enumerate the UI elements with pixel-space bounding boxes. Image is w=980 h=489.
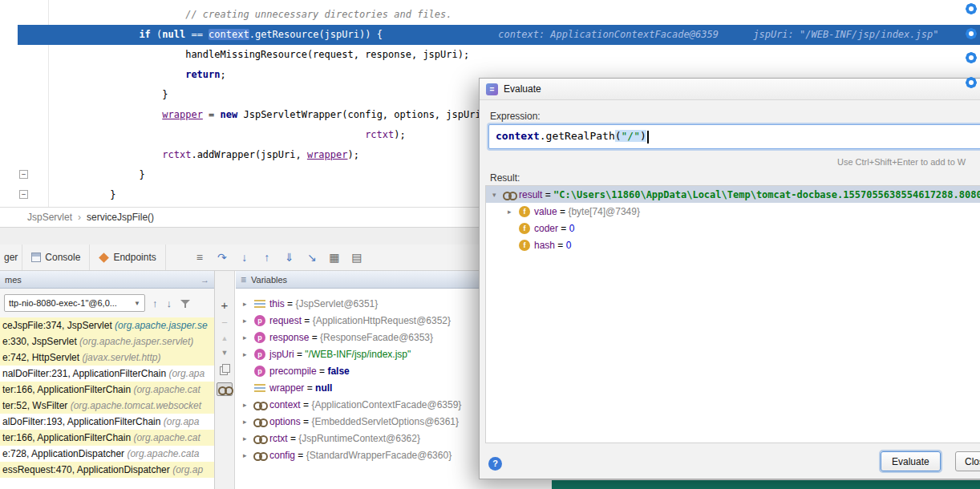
variable-value: "/WEB-INF/jsp/index.jsp" [305, 349, 411, 360]
layout-grid-icon[interactable]: ▦ [325, 251, 344, 264]
result-value: "C:\Users\11860\AppData\Local\Temp\tomca… [553, 189, 980, 200]
expand-chevron-icon[interactable]: ▸ [243, 418, 254, 426]
frame-row[interactable]: alDoFilter:193, ApplicationFilterChain (… [0, 414, 214, 430]
frame-row[interactable]: e:742, HttpServlet (javax.servlet.http) [0, 350, 214, 366]
code-token: } [139, 169, 144, 180]
variable-value: false [327, 366, 349, 377]
field-icon: f [519, 206, 530, 217]
expand-chevron-icon[interactable]: ▾ [492, 191, 504, 199]
variable-value: {ApplicationContextFacade@6359} [311, 399, 461, 410]
indent [52, 129, 365, 140]
indent [52, 9, 185, 20]
expand-chevron-icon[interactable]: ▸ [508, 208, 519, 216]
expand-chevron-icon[interactable]: ▸ [243, 300, 254, 308]
step-into-icon[interactable]: ↓ [235, 251, 254, 264]
breadcrumb-method[interactable]: serviceJspFile() [87, 212, 154, 223]
next-frame-icon[interactable]: ↓ [167, 297, 172, 309]
code-token: } [110, 189, 115, 200]
expand-chevron-icon[interactable]: ▸ [243, 317, 254, 325]
duplicate-icon[interactable] [220, 364, 230, 375]
step-over-icon[interactable]: ↷ [213, 251, 232, 264]
breadcrumb-class[interactable]: JspServlet [27, 212, 72, 223]
move-up-icon[interactable]: ▲ [221, 335, 229, 342]
frame-package: (org.apache.jasper.servlet) [79, 336, 193, 347]
tab-label: ger [4, 252, 18, 263]
add-watch-icon[interactable]: + [221, 300, 229, 311]
code-token: JspServletWrapper(config, options, jspUr… [237, 109, 487, 120]
frame-package: (org.apache.cat [133, 432, 200, 443]
run-to-cursor-icon[interactable]: ↘ [302, 251, 322, 264]
threads-view-icon[interactable]: ≡ [190, 251, 209, 264]
filter-frames-icon[interactable] [180, 298, 191, 309]
result-row[interactable]: ▾result = "C:\Users\11860\AppData\Local\… [486, 186, 980, 203]
force-step-into-icon[interactable]: ⇓ [280, 251, 299, 264]
tab-console[interactable]: Console [22, 244, 90, 270]
expand-chevron-icon[interactable]: ▸ [243, 333, 254, 341]
gear-icon[interactable] [965, 51, 978, 64]
code-line[interactable]: handleMissingResource(request, response,… [52, 45, 938, 65]
expression-field[interactable]: context.getRealPath("/") [488, 124, 980, 149]
variable-name: jspUri [269, 349, 294, 360]
help-icon[interactable]: ? [488, 457, 502, 471]
frame-location: ter:166, ApplicationFilterChain [2, 384, 133, 395]
frame-row[interactable]: ter:166, ApplicationFilterChain (org.apa… [0, 430, 214, 446]
execution-line[interactable]: if (null == context.getResource(jspUri))… [52, 25, 938, 45]
previous-frame-icon[interactable]: ↑ [152, 297, 158, 309]
remove-watch-icon[interactable]: − [221, 318, 228, 328]
frame-package: (org.apache.tomcat.websocket [71, 400, 201, 411]
frame-location: e:728, ApplicationDispatcher [2, 448, 127, 459]
code-line[interactable]: // creating unnecessary directories and … [52, 5, 938, 25]
close-button[interactable]: Close [955, 451, 980, 471]
local-icon [254, 298, 265, 309]
tab-ger[interactable]: ger [0, 244, 22, 270]
frame-row[interactable]: ter:52, WsFilter (org.apache.tomcat.webs… [0, 398, 214, 414]
variable-name: context [269, 399, 301, 410]
fold-marker-icon[interactable] [19, 190, 28, 199]
comment: // creating unnecessary directories and … [185, 9, 452, 20]
frame-location: e:330, JspServlet [2, 336, 79, 347]
thread-selector[interactable]: ttp-nio-8080-exec-1"@6,0... ▼ [4, 294, 145, 312]
indent [52, 189, 110, 200]
tab-endpoints[interactable]: Endpoints [90, 244, 165, 270]
result-tree: ▾result = "C:\Users\11860\AppData\Local\… [485, 185, 980, 443]
frame-row[interactable]: e:728, ApplicationDispatcher (org.apache… [0, 446, 214, 462]
frame-package: (org.apache.jasper.se [115, 320, 208, 331]
evaluate-dialog: = Evaluate Expression: context.getRealPa… [479, 78, 980, 479]
expand-chevron-icon[interactable]: ▸ [243, 434, 254, 443]
expression-input[interactable]: context.getRealPath("/") [496, 130, 649, 143]
frame-row[interactable]: essRequest:470, ApplicationDispatcher (o… [0, 462, 214, 478]
view-options-icon[interactable]: ▤ [347, 251, 366, 264]
frame-location: essRequest:470, ApplicationDispatcher [2, 464, 172, 475]
restore-layout-icon[interactable]: → [200, 275, 209, 285]
fold-marker-icon[interactable] [19, 170, 28, 179]
frame-row[interactable]: nalDoFilter:231, ApplicationFilterChain … [0, 366, 214, 382]
indent [52, 109, 162, 120]
frame-row[interactable]: ter:166, ApplicationFilterChain (org.apa… [0, 382, 214, 398]
code-token: rctxt [365, 129, 394, 140]
gear-icon[interactable] [965, 27, 978, 40]
move-down-icon[interactable]: ▼ [221, 350, 229, 357]
expand-chevron-icon[interactable]: ▸ [243, 451, 254, 459]
frame-row[interactable]: e:330, JspServlet (org.apache.jasper.ser… [0, 333, 214, 350]
result-row[interactable]: ▸fvalue = {byte[74]@7349} [486, 203, 980, 220]
result-row[interactable]: fhash = 0 [486, 236, 980, 253]
evaluate-button[interactable]: Evaluate [881, 451, 941, 471]
gear-icon[interactable] [965, 76, 978, 89]
result-value: 0 [569, 223, 575, 234]
variable-value: {StandardWrapperFacade@6360} [306, 450, 452, 461]
frame-row[interactable]: ceJspFile:374, JspServlet (org.apache.ja… [0, 317, 214, 333]
overlay-gears [965, 0, 980, 104]
show-watches-icon[interactable] [217, 382, 233, 396]
shortcut-hint: Use Ctrl+Shift+Enter to add to W [837, 157, 966, 167]
result-row[interactable]: fcoder = 0 [486, 220, 980, 236]
endpoints-icon [99, 253, 110, 263]
dialog-titlebar[interactable]: = Evaluate [480, 79, 980, 100]
frames-panel-title: mes [5, 275, 22, 285]
expand-chevron-icon[interactable]: ▸ [243, 401, 254, 409]
gear-icon[interactable] [965, 2, 978, 15]
param-icon: p [254, 366, 265, 377]
frame-location: ter:166, ApplicationFilterChain [2, 432, 133, 443]
panel-menu-icon[interactable]: ≡ [241, 274, 246, 285]
step-out-icon[interactable]: ↑ [257, 251, 277, 264]
expand-chevron-icon[interactable]: ▸ [243, 350, 254, 358]
